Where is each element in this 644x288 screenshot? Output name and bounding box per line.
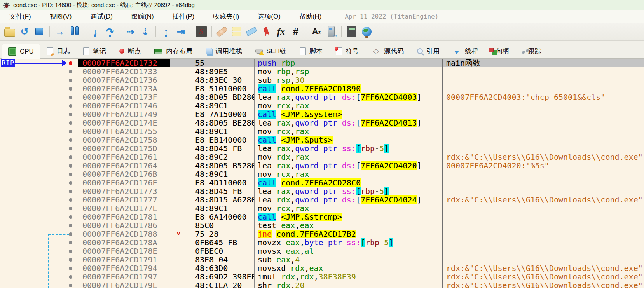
disasm-row[interactable]: 00007FF6A2CD174648:89C1mov rcx,rax: [0, 101, 644, 110]
disasm-row[interactable]: 00007FF6A2CD177348:8D45 FBlea rax,qword …: [0, 187, 644, 195]
disasm-row[interactable]: 00007FF6A2CD178A0FB645 FBmovzx eax,byte …: [0, 238, 644, 247]
breakpoint-dot[interactable]: [69, 215, 72, 219]
disasm-row[interactable]: 00007FF6A2CD177E48:89C1mov rcx,rax: [0, 204, 644, 213]
about-icon[interactable]: [359, 24, 374, 39]
tab-source[interactable]: ◇源代码: [365, 44, 410, 58]
tab-cpu[interactable]: CPU: [2, 44, 40, 59]
menu-item-2[interactable]: 调试(D): [81, 10, 122, 23]
breakpoint-dot[interactable]: [69, 181, 72, 185]
menu-item-4[interactable]: 插件(P): [163, 10, 204, 23]
execute-till-return-icon[interactable]: ↑: [159, 24, 173, 39]
tab-seh[interactable]: SEH链: [249, 44, 293, 58]
breakpoint-dot[interactable]: [69, 155, 72, 159]
step-into-icon[interactable]: ↓: [88, 24, 103, 39]
calculator-icon[interactable]: [344, 24, 359, 39]
restart-icon[interactable]: ↺: [17, 24, 32, 39]
tab-trace[interactable]: 跟踪: [516, 44, 548, 58]
disasm-row[interactable]: 00007FF6A2CD173F48:8D05 BD280lea rax,qwo…: [0, 93, 644, 101]
disasm-row[interactable]: 00007FF6A2CD178E0FBEC0movsx eax,al: [0, 247, 644, 255]
disasm-row[interactable]: 00007FF6A2CD176B48:89C1mov rcx,rax: [0, 170, 644, 178]
menu-item-1[interactable]: 视图(V): [40, 10, 81, 23]
disasm-row[interactable]: 00007FF6A2CD1749E8 7A150000call <JMP.&sy…: [0, 110, 644, 119]
run-icon[interactable]: →: [52, 24, 67, 39]
menu-item-0[interactable]: 文件(F): [0, 10, 40, 23]
patches-icon[interactable]: [215, 24, 229, 39]
breakpoint-dot[interactable]: [69, 173, 72, 176]
tab-handles[interactable]: 句柄: [485, 44, 516, 58]
disasm-row[interactable]: 00007FF6A2CD1781E8 6A140000call <JMP.&st…: [0, 213, 644, 221]
disasm-row[interactable]: 00007FF6A2CD176448:8D05 B5280lea rax,qwo…: [0, 161, 644, 170]
breakpoint-dot[interactable]: [69, 104, 72, 108]
tab-references[interactable]: 引用: [410, 44, 446, 58]
breakpoint-dot[interactable]: [69, 96, 72, 99]
tab-notes[interactable]: 笔记: [77, 44, 113, 58]
tab-threads[interactable]: ►线程: [446, 44, 485, 58]
tab-script[interactable]: 脚本: [293, 44, 329, 58]
font-icon[interactable]: Az: [309, 24, 324, 39]
breakpoint-dot[interactable]: [69, 113, 72, 116]
disasm-row[interactable]: 00007FF6A2CD179448:63D0movsxd rdx,eaxrdx…: [0, 264, 644, 272]
breakpoint-dot[interactable]: [69, 198, 72, 202]
breakpoint-dot[interactable]: [69, 79, 72, 82]
breakpoint-dot[interactable]: [69, 267, 72, 270]
disasm-row[interactable]: 00007FF6A2CD178875 28vjne cond.7FF6A2CD1…: [0, 230, 644, 238]
stop-icon[interactable]: [32, 24, 47, 39]
step-over-icon[interactable]: ↷: [103, 24, 117, 39]
labels-icon[interactable]: [244, 24, 259, 39]
disasm-row[interactable]: 00007FF6A2CD173255push rbpmain函数: [0, 59, 644, 67]
fx-icon[interactable]: fx: [274, 24, 288, 39]
script-icon[interactable]: S: [194, 24, 209, 39]
breakpoint-dot[interactable]: [69, 87, 72, 91]
breakpoint-dot[interactable]: [69, 232, 72, 236]
disassembly-view: RIP 00007FF6A2CD173255push rbpmain函数0000…: [0, 59, 644, 288]
breakpoint-dot[interactable]: [69, 241, 72, 244]
open-file-icon[interactable]: [2, 24, 17, 39]
disasm-row[interactable]: 00007FF6A2CD173348:89E5mov rbp,rsp: [0, 67, 644, 76]
tab-callstack[interactable]: 调用堆栈: [199, 44, 249, 58]
breakpoint-dot[interactable]: [69, 284, 72, 287]
breakpoint-dot[interactable]: [69, 138, 72, 142]
disasm-row[interactable]: 00007FF6A2CD1758E8 EB140000call <JMP.&pu…: [0, 136, 644, 144]
breakpoint-dot[interactable]: [69, 147, 72, 150]
disasm-row[interactable]: 00007FF6A2CD175D48:8D45 FBlea rax,qword …: [0, 144, 644, 153]
tab-breakpoint[interactable]: 断点: [113, 44, 148, 58]
breakpoint-dot[interactable]: [69, 258, 72, 262]
bookmarks-icon[interactable]: [259, 24, 274, 39]
pause-icon[interactable]: [67, 24, 82, 39]
breakpoint-dot[interactable]: [69, 130, 72, 133]
disasm-row[interactable]: 00007FF6A2CD176148:89C2mov rdx,raxrdx:&"…: [0, 153, 644, 161]
breakpoint-dot[interactable]: [69, 70, 72, 73]
disasm-row[interactable]: 00007FF6A2CD173648:83EC 30sub rsp,30: [0, 76, 644, 84]
instruction-cell: sub rsp,30: [255, 76, 442, 84]
tab-log[interactable]: 日志: [40, 44, 77, 58]
comments-icon[interactable]: [229, 24, 244, 39]
tab-memory[interactable]: 内存布局: [148, 44, 199, 58]
tab-symbols[interactable]: 符号: [329, 44, 365, 58]
menu-item-6[interactable]: 选项(O): [248, 10, 290, 23]
menu-item-3[interactable]: 跟踪(N): [122, 10, 163, 23]
disasm-row[interactable]: 00007FF6A2CD179748:69D2 398EEimul rdx,rd…: [0, 272, 644, 281]
disasm-row[interactable]: 00007FF6A2CD176EE8 4D110000call cond.7FF…: [0, 178, 644, 187]
animate-into-icon[interactable]: ⇢: [123, 24, 138, 39]
menu-item-5[interactable]: 收藏夹(I): [204, 10, 248, 23]
breakpoint-dot[interactable]: [69, 61, 72, 65]
menu-item-7[interactable]: 帮助(H): [290, 10, 331, 23]
disasm-row[interactable]: 00007FF6A2CD173AE8 51010000call cond.7FF…: [0, 84, 644, 93]
breakpoint-dot[interactable]: [69, 250, 72, 253]
breakpoint-dot[interactable]: [69, 121, 72, 125]
disasm-row[interactable]: 00007FF6A2CD177748:8D15 A6280lea rdx,qwo…: [0, 195, 644, 204]
disasm-row[interactable]: 00007FF6A2CD175548:89C1mov rcx,rax: [0, 127, 644, 136]
breakpoint-dot[interactable]: [69, 190, 72, 193]
hash-icon[interactable]: #: [288, 24, 303, 39]
run-to-user-code-icon[interactable]: ⇥: [173, 24, 188, 39]
disasm-row[interactable]: 00007FF6A2CD174E48:8D05 BE280lea rax,qwo…: [0, 119, 644, 127]
disasm-row[interactable]: 00007FF6A2CD179183E8 04sub eax,4: [0, 255, 644, 264]
animate-over-icon[interactable]: ⇣: [138, 24, 153, 39]
breakpoint-dot[interactable]: [69, 207, 72, 210]
breakpoint-dot[interactable]: [69, 275, 72, 279]
breakpoint-dot[interactable]: [69, 164, 72, 168]
calls-icon[interactable]: [324, 24, 339, 39]
disasm-row[interactable]: 00007FF6A2CD179E48:C1EA 20shr rdx,20rdx:…: [0, 281, 644, 288]
breakpoint-dot[interactable]: [69, 224, 72, 227]
disasm-row[interactable]: 00007FF6A2CD178685C0test eax,eax: [0, 221, 644, 230]
